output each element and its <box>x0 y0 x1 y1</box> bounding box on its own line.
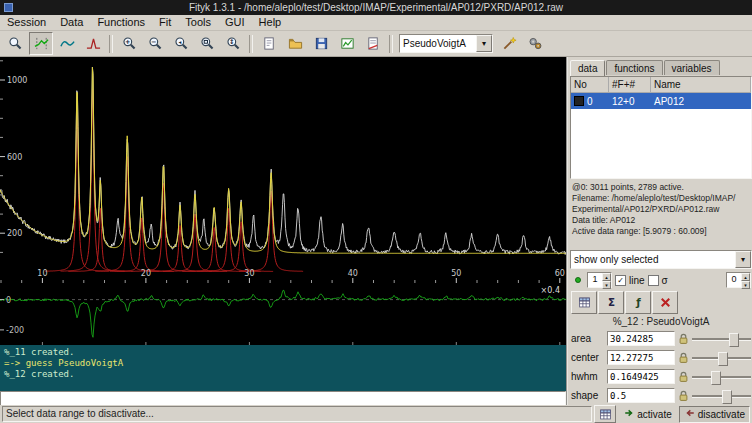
disactivate-button[interactable]: disactivate <box>679 406 750 423</box>
output-window[interactable]: %_11 created.=-> guess PseudoVoigtA%_12 … <box>0 345 566 391</box>
svg-text:50: 50 <box>451 269 461 278</box>
auxiliary-plot[interactable]: 0-200×0.4 <box>0 283 566 345</box>
menu-functions[interactable]: Functions <box>90 15 152 30</box>
lock-icon[interactable] <box>677 371 690 383</box>
parameter-center-input[interactable] <box>607 350 675 365</box>
data-info-line: Filename: /home/aleplo/test/Desktop/IMAP… <box>572 193 750 204</box>
parameter-shape-input[interactable] <box>607 388 675 403</box>
parameter-area-slider[interactable] <box>692 332 751 346</box>
add-peak-mode-button[interactable] <box>81 32 105 55</box>
parameter-row-hwhm: hwhm <box>568 367 752 386</box>
tab-functions[interactable]: functions <box>606 60 662 75</box>
fit-button[interactable] <box>523 32 547 55</box>
include-script-button[interactable] <box>257 32 281 55</box>
parameter-hwhm-slider[interactable] <box>692 370 751 384</box>
slider-thumb[interactable] <box>729 333 739 347</box>
parameter-center-slider[interactable] <box>692 351 751 365</box>
zoom-in-button[interactable]: + <box>117 32 141 55</box>
parameter-panel: areacenterhwhmshape <box>568 329 752 405</box>
line-checkbox-label: line <box>629 275 645 286</box>
table-row[interactable]: 012+0AP012 <box>571 93 751 109</box>
line-checkbox[interactable]: ✓ <box>615 275 626 286</box>
menu-tools[interactable]: Tools <box>178 15 218 30</box>
stepper-arrows-icon[interactable]: ▴▾ <box>602 273 611 287</box>
parameter-area-input[interactable] <box>607 331 675 346</box>
close-icon <box>658 295 673 310</box>
lock-icon[interactable] <box>677 352 690 364</box>
script-icon <box>262 36 277 51</box>
title-bar[interactable]: Fityk 1.3.1 - /home/aleplo/test/Desktop/… <box>0 0 752 15</box>
data-info-line: @0: 3011 points, 2789 active. <box>572 182 750 193</box>
toolbar: +−◂↕PseudoVoigtA▾ <box>0 31 752 57</box>
toolbar-separator <box>109 35 113 53</box>
tab-data[interactable]: data <box>570 60 605 76</box>
console-line: %_12 created. <box>4 369 562 380</box>
data-info-line: Active data range: [5.9079 : 60.009] <box>572 226 750 237</box>
zoom-all-button[interactable] <box>195 32 219 55</box>
image-icon <box>340 36 355 51</box>
magnifier-vert-icon: ↕ <box>226 36 241 51</box>
sidebar: datafunctionsvariables No#F+#Name012+0AP… <box>566 57 752 405</box>
delete-data-button[interactable] <box>652 291 678 314</box>
sum-button[interactable]: Σ <box>598 291 624 314</box>
plot-column: 1020304050602006001000 0-200×0.4 %_11 cr… <box>0 57 566 405</box>
svg-text:20: 20 <box>141 269 151 278</box>
point-size-stepper[interactable]: 1 ▴▾ <box>587 272 612 288</box>
grid-icon <box>599 408 612 421</box>
export-data-button[interactable] <box>309 32 333 55</box>
parameter-label: area <box>571 333 605 344</box>
activate-button[interactable]: activate <box>618 406 676 423</box>
baseline-mode-button[interactable] <box>55 32 79 55</box>
magnifier-all-icon <box>200 36 215 51</box>
sigma-checkbox[interactable] <box>648 275 659 286</box>
column-header-no[interactable]: No <box>571 77 609 93</box>
filter-dropdown[interactable]: show only selected ▾ <box>570 250 752 269</box>
range-tool-button[interactable] <box>594 405 616 423</box>
menu-session[interactable]: Session <box>0 15 53 30</box>
activate-label: activate <box>637 409 671 420</box>
data-table-button[interactable] <box>571 291 597 314</box>
column-header-f[interactable]: #F+# <box>609 77 651 93</box>
apply-function-button[interactable]: ƒ <box>625 291 651 314</box>
svg-text:◂: ◂ <box>178 39 181 45</box>
menu-data[interactable]: Data <box>53 15 90 30</box>
tab-variables[interactable]: variables <box>664 60 720 75</box>
log-button[interactable] <box>361 32 385 55</box>
parameter-label: shape <box>571 390 605 401</box>
parameter-hwhm-input[interactable] <box>607 369 675 384</box>
shift-stepper[interactable]: 0 ▴▾ <box>726 272 751 288</box>
menu-gui[interactable]: GUI <box>218 15 252 30</box>
peak-mode-icon <box>86 36 101 51</box>
main-plot[interactable]: 1020304050602006001000 <box>0 57 566 283</box>
function-type-select[interactable]: PseudoVoigtA▾ <box>399 34 493 53</box>
auto-add-peak-button[interactable] <box>497 32 521 55</box>
open-session-button[interactable] <box>283 32 307 55</box>
stepper-arrows-icon[interactable]: ▴▾ <box>741 273 750 287</box>
dataset-number-cell: 0 <box>571 93 609 109</box>
disactivate-label: disactivate <box>698 409 745 420</box>
data-color-icon[interactable] <box>571 274 584 286</box>
menu-help[interactable]: Help <box>252 15 289 30</box>
export-image-button[interactable] <box>335 32 359 55</box>
previous-zoom-button[interactable]: ◂ <box>169 32 193 55</box>
sigma-icon: Σ <box>604 295 619 310</box>
parameter-shape-slider[interactable] <box>692 389 751 403</box>
menu-fit[interactable]: Fit <box>152 15 178 30</box>
shift-stepper-value: 0 <box>727 273 741 287</box>
lock-icon[interactable] <box>677 390 690 402</box>
lock-icon[interactable] <box>677 333 690 345</box>
zoom-out-button[interactable]: − <box>143 32 167 55</box>
slider-thumb[interactable] <box>718 352 728 366</box>
slider-thumb[interactable] <box>722 390 732 404</box>
svg-text:Σ: Σ <box>607 295 614 307</box>
status-hint: Select data range to disactivate... <box>2 406 592 422</box>
data-range-mode-button[interactable] <box>29 32 53 55</box>
zoom-vertically-button[interactable]: ↕ <box>221 32 245 55</box>
gears-icon <box>528 36 543 51</box>
zoom-mode-button[interactable] <box>3 32 27 55</box>
column-header-name[interactable]: Name <box>651 77 751 93</box>
data-list[interactable]: No#F+#Name012+0AP012 <box>570 76 752 179</box>
svg-text:30: 30 <box>244 269 254 278</box>
slider-thumb[interactable] <box>711 371 721 385</box>
dataset-checkbox[interactable] <box>574 96 584 106</box>
